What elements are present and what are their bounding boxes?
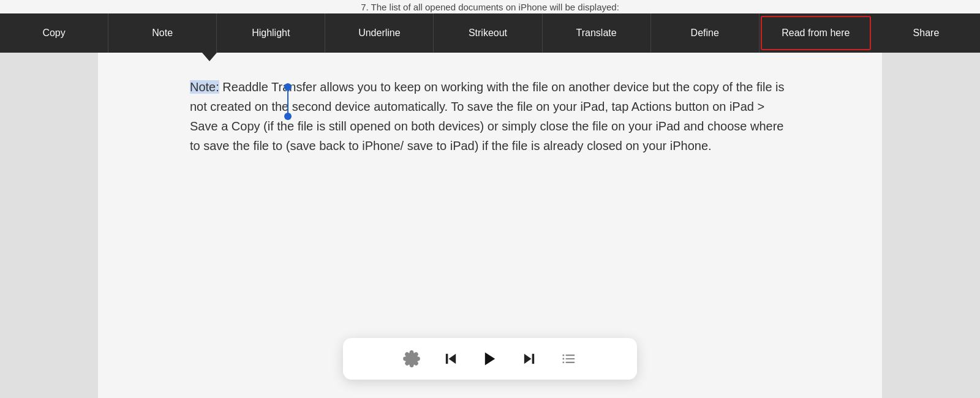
toolbar-item-translate[interactable]: Translate <box>543 13 651 53</box>
svg-marker-3 <box>485 353 495 366</box>
svg-rect-2 <box>446 354 448 364</box>
context-toolbar: CopyNoteHighlightUnderlineStrikeoutTrans… <box>0 13 980 53</box>
text-area: Note: Readdle Transfer allows you to kee… <box>190 77 790 156</box>
toolbar-item-highlight[interactable]: Highlight <box>217 13 325 53</box>
svg-point-10 <box>562 361 564 363</box>
play-button[interactable] <box>481 350 499 367</box>
doc-hint: 7. The list of all opened documents on i… <box>0 0 980 13</box>
media-player <box>343 338 637 380</box>
toolbar-item-define[interactable]: Define <box>651 13 760 53</box>
media-settings-button[interactable] <box>403 350 420 367</box>
note-paragraph: Note: Readdle Transfer allows you to kee… <box>190 77 790 156</box>
toolbar-item-note[interactable]: Note <box>108 13 217 53</box>
toolbar-item-read-from-here[interactable]: Read from here <box>761 16 871 50</box>
toolbar-item-share[interactable]: Share <box>872 13 980 53</box>
toolbar-arrow <box>202 53 217 61</box>
playlist-button[interactable] <box>560 350 577 367</box>
selection-handle-bottom <box>284 113 292 120</box>
doc-hint-text: 7. The list of all opened documents on i… <box>361 2 619 12</box>
right-panel <box>882 53 980 398</box>
note-label: Note: <box>190 80 219 94</box>
toolbar-item-underline[interactable]: Underline <box>325 13 434 53</box>
svg-marker-1 <box>449 354 456 364</box>
svg-point-8 <box>562 358 564 360</box>
svg-point-6 <box>562 355 564 356</box>
toolbar-item-strikeout[interactable]: Strikeout <box>434 13 542 53</box>
selection-handle-line <box>287 83 288 114</box>
toolbar-item-copy[interactable]: Copy <box>0 13 108 53</box>
svg-marker-4 <box>524 354 532 364</box>
skip-forward-button[interactable] <box>521 350 538 367</box>
skip-back-button[interactable] <box>442 350 459 367</box>
paragraph-text: Readdle Transfer allows you to keep on w… <box>190 80 785 152</box>
svg-rect-5 <box>532 354 535 364</box>
left-panel <box>0 53 98 398</box>
doc-content: Note: Readdle Transfer allows you to kee… <box>98 53 882 398</box>
